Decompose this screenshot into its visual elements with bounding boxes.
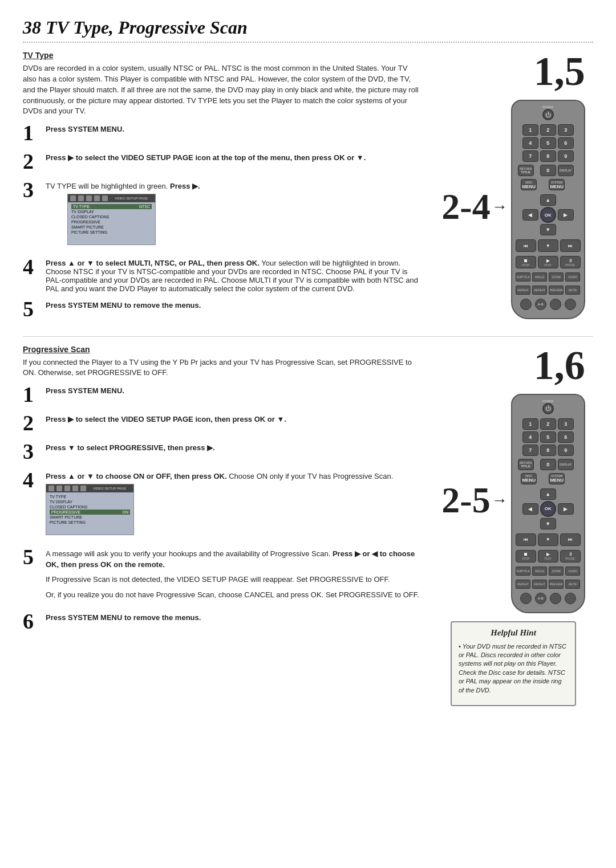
- bottom-labels-2b: REPEAT REPEAT PREVIEW MUTE: [516, 580, 580, 589]
- btn-2-disc-menu[interactable]: DISC MENU: [521, 473, 537, 484]
- transport-2a: ⏮ ▼ ⏭: [516, 533, 581, 546]
- prog-step-2-content: Press ▶ to select the VIDEO SETUP PAGE i…: [46, 411, 422, 423]
- nav-2-up[interactable]: ▲: [540, 488, 556, 500]
- menu-row-2: DISC MENU SYSTEM MENU: [521, 473, 575, 484]
- btn-stop[interactable]: ⏹STOP: [516, 256, 536, 268]
- label-preview: PREVIEW: [549, 286, 564, 295]
- btn-2-2[interactable]: 2: [540, 418, 556, 430]
- btn-2-6[interactable]: 6: [558, 431, 574, 443]
- divider: [23, 42, 593, 43]
- btn-2-0[interactable]: 0: [540, 459, 556, 470]
- nav-up[interactable]: ▲: [540, 194, 556, 206]
- nav-ok[interactable]: OK: [540, 207, 556, 223]
- btn-system-menu[interactable]: SYSTEM MENU: [549, 179, 565, 190]
- btn-2-7[interactable]: 7: [522, 445, 538, 456]
- power-button[interactable]: ⏻: [542, 109, 554, 120]
- btn-2-next[interactable]: ⏭: [560, 533, 581, 546]
- btn-2-8[interactable]: 8: [540, 445, 556, 456]
- nav-2-left[interactable]: ◀: [522, 503, 538, 515]
- nav-down[interactable]: ▼: [540, 224, 556, 235]
- nav-2-right[interactable]: ▶: [558, 503, 574, 515]
- circle-2-2[interactable]: A-B: [535, 593, 546, 604]
- circle-3[interactable]: [550, 299, 561, 310]
- number-2-5-block: 2-5 →: [441, 482, 507, 519]
- prog-step-2-number: 2: [23, 411, 41, 435]
- btn-next-track[interactable]: ⏭: [560, 239, 581, 252]
- prog-step-3-number: 3: [23, 440, 41, 464]
- big-number-1-5: 1,5: [441, 51, 585, 92]
- btn-0[interactable]: 0: [540, 165, 556, 176]
- circle-2-4[interactable]: [565, 593, 576, 604]
- progressive-scan-section: Progressive Scan If you connected the Pl…: [23, 345, 593, 706]
- btn-display[interactable]: DISPLAY: [558, 165, 574, 176]
- prog-step-6-content: Press SYSTEM MENU to remove the menus.: [46, 610, 422, 622]
- label-2-zoom: ZOOM: [549, 567, 564, 576]
- btn-2-display[interactable]: DISPLAY: [558, 459, 574, 470]
- btn-play[interactable]: ▶PLAY: [538, 256, 558, 268]
- label-2-angle: ANGLE: [532, 567, 547, 576]
- btn-2-system-menu[interactable]: SYSTEM MENU: [549, 473, 565, 484]
- power-area-2: POWER ⏻: [516, 400, 581, 414]
- btn-2[interactable]: 2: [540, 124, 556, 136]
- middle-row-2: RETURN TITLE 0 DISPLAY: [518, 459, 578, 470]
- num-grid-1: 1 2 3 4 5 6 7 8 9: [522, 124, 574, 162]
- label-2-subtitle: SUBTITLE: [516, 567, 530, 576]
- btn-7[interactable]: 7: [522, 150, 538, 162]
- power-button-2[interactable]: ⏻: [542, 403, 554, 414]
- btn-4[interactable]: 4: [522, 137, 538, 149]
- label-zoom: ZOOM: [549, 272, 564, 282]
- circle-2-3[interactable]: [550, 593, 561, 604]
- transport-2b: ⏹STOP ▶PLAY ⏸PAUSE: [516, 550, 581, 563]
- btn-2-pause[interactable]: ⏸PAUSE: [560, 550, 581, 563]
- btn-2-prev[interactable]: ⏮: [516, 533, 536, 546]
- circle-1[interactable]: [520, 299, 532, 310]
- nav-2-down[interactable]: ▼: [540, 518, 556, 529]
- circle-2[interactable]: A-B: [535, 299, 546, 310]
- circle-4[interactable]: [565, 299, 576, 310]
- btn-1[interactable]: 1: [522, 124, 538, 136]
- btn-2-3[interactable]: 3: [558, 418, 574, 430]
- power-label-2: POWER: [542, 400, 553, 403]
- nav-left[interactable]: ◀: [522, 209, 538, 221]
- btn-2-stop[interactable]: ⏹STOP: [516, 550, 536, 563]
- screen-row2-progressive: PROGRESSIVEON: [50, 510, 130, 515]
- btn-prev-track[interactable]: ⏮: [516, 239, 536, 252]
- screen-body-1: TV TYPENTSC TV DISPLAY CLOSED CAPTIONS P…: [68, 202, 155, 244]
- btn-3[interactable]: 3: [558, 124, 574, 136]
- nav-right[interactable]: ▶: [558, 209, 574, 221]
- btn-2-9[interactable]: 9: [558, 445, 574, 456]
- btn-down-center[interactable]: ▼: [538, 239, 558, 252]
- btn-pause[interactable]: ⏸PAUSE: [560, 256, 581, 268]
- step-5-number: 5: [23, 298, 41, 321]
- prog-step-1-number: 1: [23, 383, 41, 407]
- btn-disc-menu[interactable]: DISC MENU: [521, 179, 537, 190]
- step-4-content: Press ▲ or ▼ to select MULTI, NTSC, or P…: [46, 255, 422, 293]
- arrow-right-2: →: [492, 491, 508, 510]
- helpful-hint-box: Helpful Hint • Your DVD must be recorded…: [451, 621, 576, 706]
- remote-wrapper-1: 1,5 2-4 → POWER ⏻: [441, 51, 585, 319]
- btn-9[interactable]: 9: [558, 150, 574, 162]
- prog-step-5: 5 A message will ask you to verify your …: [23, 545, 422, 605]
- btn-5[interactable]: 5: [540, 137, 556, 149]
- btn-2-1[interactable]: 1: [522, 418, 538, 430]
- btn-2-play[interactable]: ▶PLAY: [538, 550, 558, 563]
- label-2-audio: AUDIO: [565, 567, 580, 576]
- screen-row-picture: PICTURE SETTING: [71, 230, 152, 235]
- btn-2-5[interactable]: 5: [540, 431, 556, 443]
- btn-2-4[interactable]: 4: [522, 431, 538, 443]
- btn-6[interactable]: 6: [558, 137, 574, 149]
- screen-body-2: TV TYPE TV DISPLAY CLOSED CAPTIONS PROGR…: [46, 492, 133, 535]
- circle-2-1[interactable]: [520, 593, 532, 604]
- nav-cluster-1: ▲ ◀ OK ▶ ▼: [522, 194, 574, 235]
- circle-btns-1: A-B: [520, 299, 576, 310]
- tv-type-heading: TV Type: [23, 51, 422, 60]
- nav-2-ok[interactable]: OK: [540, 501, 556, 517]
- btn-return[interactable]: RETURN TITLE: [518, 165, 534, 176]
- btn-2-return[interactable]: RETURN TITLE: [518, 459, 534, 470]
- btn-8[interactable]: 8: [540, 150, 556, 162]
- remote-wrapper-2: 1,6 2-5 → POWER ⏻ 1: [441, 345, 585, 706]
- btn-2-down-center[interactable]: ▼: [538, 533, 558, 546]
- label-2-repeat: REPEAT: [516, 580, 530, 589]
- step-4-number: 4: [23, 255, 41, 279]
- circle-btns-2: A-B: [520, 593, 576, 604]
